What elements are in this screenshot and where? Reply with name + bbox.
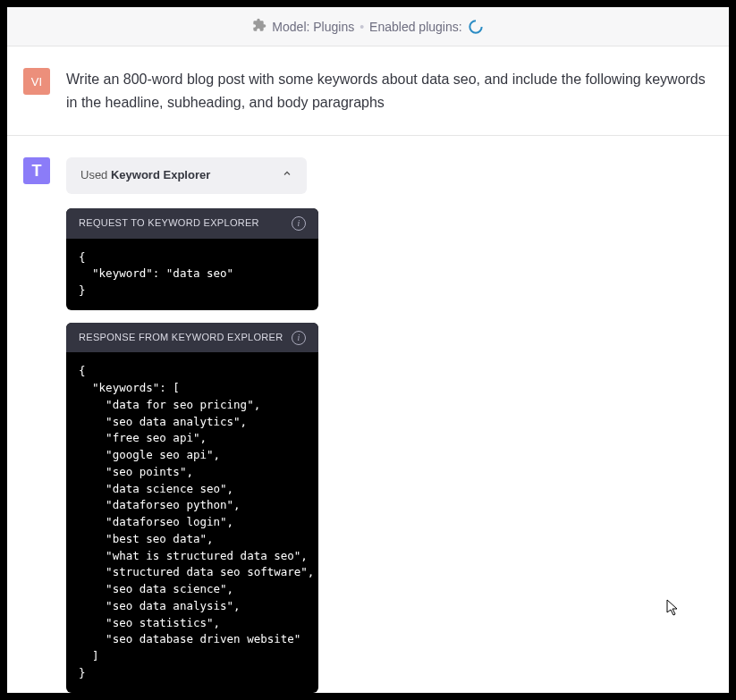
response-code-block: RESPONSE FROM KEYWORD EXPLORER i { "keyw… xyxy=(66,323,318,693)
request-code: { "keyword": "data seo" } xyxy=(66,239,318,310)
tool-usage-toggle[interactable]: Used Keyword Explorer xyxy=(66,157,307,194)
model-header: Model: Plugins • Enabled plugins: xyxy=(7,7,729,46)
info-icon[interactable]: i xyxy=(292,331,306,345)
puzzle-icon xyxy=(252,18,266,35)
user-avatar: VI xyxy=(23,68,50,95)
tool-toggle-label: Used Keyword Explorer xyxy=(80,166,210,185)
request-header: REQUEST TO KEYWORD EXPLORER i xyxy=(66,208,318,239)
user-message-row: VI Write an 800-word blog post with some… xyxy=(7,46,729,136)
chevron-up-icon xyxy=(282,167,292,184)
user-avatar-initials: VI xyxy=(31,75,42,89)
info-icon[interactable]: i xyxy=(292,216,306,231)
enabled-plugins-label: Enabled plugins: xyxy=(369,20,462,34)
assistant-avatar: T xyxy=(23,157,50,184)
request-code-block: REQUEST TO KEYWORD EXPLORER i { "keyword… xyxy=(66,208,318,310)
separator-dot: • xyxy=(360,20,364,34)
user-message-text: Write an 800-word blog post with some ke… xyxy=(66,68,713,114)
assistant-message-row: T Used Keyword Explorer REQUEST TO KEYWO… xyxy=(7,136,729,693)
response-header: RESPONSE FROM KEYWORD EXPLORER i xyxy=(66,323,318,353)
response-title: RESPONSE FROM KEYWORD EXPLORER xyxy=(79,330,283,346)
assistant-avatar-initials: T xyxy=(32,162,42,181)
plugin-badge-icon[interactable] xyxy=(468,19,484,35)
model-label: Model: Plugins xyxy=(272,20,354,34)
assistant-message-content: Used Keyword Explorer REQUEST TO KEYWORD… xyxy=(66,157,713,693)
request-title: REQUEST TO KEYWORD EXPLORER xyxy=(79,215,259,232)
response-code: { "keywords": [ "data for seo pricing", … xyxy=(66,352,318,692)
